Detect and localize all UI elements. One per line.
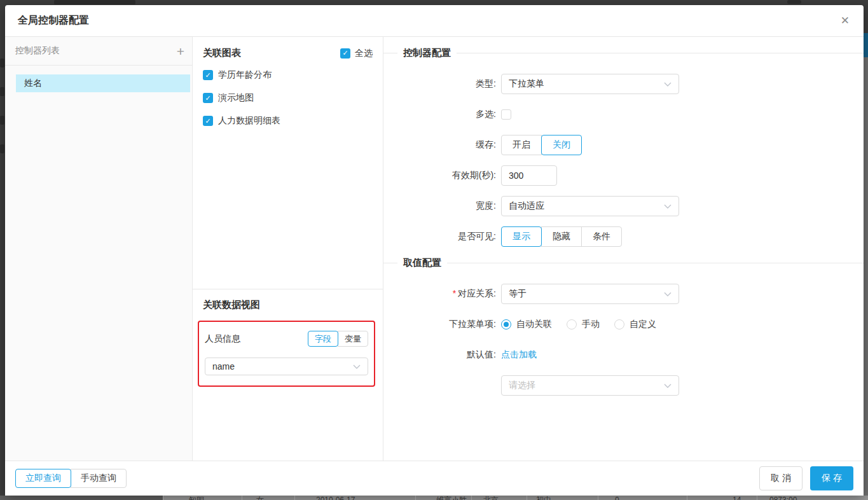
bg-table-cell: 初中 [536, 496, 551, 500]
chart-checkbox-row: ✓ 人力数据明细表 [203, 114, 373, 128]
chart-checkbox[interactable]: ✓ [203, 116, 213, 126]
check-icon: ✓ [342, 49, 348, 57]
linked-dataview-section: 关联数据视图 人员信息 字段 变量 name [193, 289, 383, 461]
bg-table-cell: 维言小胜 [436, 496, 467, 500]
controller-item-label: 姓名 [24, 78, 42, 89]
type-select[interactable]: 下拉菜单 [501, 74, 679, 94]
bg-table-divider [163, 496, 163, 500]
bg-table-cell: 2010-06-17 [316, 496, 355, 500]
relation-label: *对应关系: [383, 288, 501, 300]
type-select-value: 下拉菜单 [509, 78, 544, 90]
menu-items-label: 下拉菜单项: [383, 319, 501, 330]
relation-row: *对应关系: 等于 [383, 284, 864, 304]
menu-items-radio-group: 自动关联 手动 自定义 [501, 319, 656, 330]
cache-on-button[interactable]: 开启 [501, 135, 542, 155]
multi-select-checkbox[interactable] [501, 109, 511, 120]
bg-table-cell: 14 [733, 496, 741, 500]
linked-charts-section: 关联图表 ✓ 全选 ✓ 学历年龄分布 ✓ 演示地图 ✓ 人力数据明细表 [193, 37, 383, 289]
width-select-value: 自动适应 [509, 200, 544, 212]
width-row: 宽度: 自动适应 [383, 196, 864, 216]
chevron-down-icon [664, 384, 672, 388]
radio-custom[interactable]: 自定义 [614, 319, 656, 330]
background-sidebar-fragment [0, 144, 4, 153]
type-label: 类型: [383, 78, 501, 90]
bg-table-divider [415, 496, 416, 500]
radio-auto-link[interactable]: 自动关联 [501, 319, 552, 330]
width-select[interactable]: 自动适应 [501, 196, 679, 216]
type-row: 类型: 下拉菜单 [383, 74, 864, 94]
field-toggle-button[interactable]: 字段 [308, 331, 338, 347]
variable-toggle-button[interactable]: 变量 [338, 331, 368, 347]
add-controller-icon[interactable]: + [177, 45, 184, 58]
cache-row: 缓存: 开启 关闭 [383, 135, 864, 155]
chevron-down-icon [664, 204, 672, 209]
value-section-title: 取值配置 [403, 257, 441, 269]
controller-list-item[interactable]: 姓名 [16, 74, 190, 92]
linked-charts-title: 关联图表 [203, 47, 241, 59]
visibility-condition-button[interactable]: 条件 [581, 226, 622, 247]
visibility-label: 是否可见: [383, 231, 501, 242]
ttl-input[interactable] [501, 165, 557, 186]
bg-table-divider [294, 496, 295, 500]
visibility-show-button[interactable]: 显示 [501, 226, 542, 247]
config-section-title: 控制器配置 [403, 47, 451, 59]
dialog-title: 全局控制器配置 [18, 14, 89, 27]
chevron-down-icon [664, 292, 672, 296]
save-button[interactable]: 保 存 [810, 466, 853, 490]
check-icon: ✓ [205, 71, 210, 80]
cache-button-group: 开启 关闭 [501, 135, 582, 155]
chart-label: 学历年龄分布 [218, 69, 272, 81]
required-asterisk: * [453, 288, 456, 298]
select-all-checkbox[interactable]: ✓ [340, 48, 350, 59]
default-value-label: 默认值: [383, 349, 501, 361]
width-label: 宽度: [383, 200, 501, 212]
cache-off-button[interactable]: 关闭 [541, 135, 582, 155]
radio-icon [501, 319, 511, 330]
chevron-down-icon [353, 365, 361, 369]
chart-label: 人力数据明细表 [218, 115, 280, 127]
config-panel: 控制器配置 类型: 下拉菜单 多选: 缓存: 开启 关闭 [383, 37, 864, 461]
bg-table-cell: 女 [256, 496, 264, 500]
load-defaults-link[interactable]: 点击加载 [501, 349, 537, 361]
query-now-button[interactable]: 立即查询 [15, 469, 71, 488]
relation-select[interactable]: 等于 [501, 284, 679, 304]
visibility-hide-button[interactable]: 隐藏 [541, 226, 582, 247]
bg-table-cell: 0873:00 [769, 496, 797, 500]
chart-label: 演示地图 [218, 92, 254, 104]
bg-table-divider [687, 496, 687, 500]
dialog-header: 全局控制器配置 ✕ [5, 5, 864, 37]
default-select-placeholder: 请选择 [509, 380, 535, 391]
background-table-edge [0, 496, 163, 500]
middle-panel: 关联图表 ✓ 全选 ✓ 学历年龄分布 ✓ 演示地图 ✓ 人力数据明细表 [193, 37, 383, 461]
radio-manual[interactable]: 手动 [567, 319, 600, 330]
radio-icon [567, 319, 577, 330]
field-select[interactable]: name [205, 358, 368, 375]
background-right-strip [864, 57, 868, 496]
controller-list-header: 控制器列表 + [5, 37, 192, 66]
chart-checkbox[interactable]: ✓ [203, 93, 213, 103]
linked-dataview-title: 关联数据视图 [203, 299, 260, 310]
ttl-row: 有效期(秒): [383, 165, 864, 186]
relation-select-value: 等于 [509, 288, 527, 300]
controller-list-panel: 控制器列表 + 姓名 [5, 37, 193, 461]
close-icon[interactable]: ✕ [839, 14, 851, 27]
query-manual-button[interactable]: 手动查询 [71, 469, 127, 488]
chevron-down-icon [664, 82, 672, 87]
default-value-row: 默认值: 点击加载 [383, 345, 864, 365]
cancel-button[interactable]: 取 消 [759, 466, 803, 490]
background-table-row: 知明 女 2010-06-17 维言小胜 北京 初中 0 14 0873:00 [0, 496, 868, 500]
config-section-divider: 控制器配置 [383, 47, 864, 59]
dialog-body: 控制器列表 + 姓名 关联图表 ✓ 全选 ✓ 学历年龄分布 [5, 37, 864, 461]
bg-table-divider [527, 496, 527, 500]
global-controller-config-dialog: 全局控制器配置 ✕ 控制器列表 + 姓名 关联图表 ✓ 全选 [5, 5, 864, 496]
select-all-label: 全选 [355, 48, 373, 59]
value-section-divider: 取值配置 [383, 257, 864, 269]
check-icon: ✓ [205, 94, 210, 102]
background-blue-button-fragment [864, 33, 868, 57]
bg-table-divider [598, 496, 598, 500]
background-sidebar-fragment [0, 59, 4, 67]
cache-label: 缓存: [383, 139, 501, 151]
chart-checkbox[interactable]: ✓ [203, 70, 213, 80]
dialog-footer: 立即查询 手动查询 取 消 保 存 [5, 461, 864, 496]
default-value-select[interactable]: 请选择 [501, 375, 679, 396]
